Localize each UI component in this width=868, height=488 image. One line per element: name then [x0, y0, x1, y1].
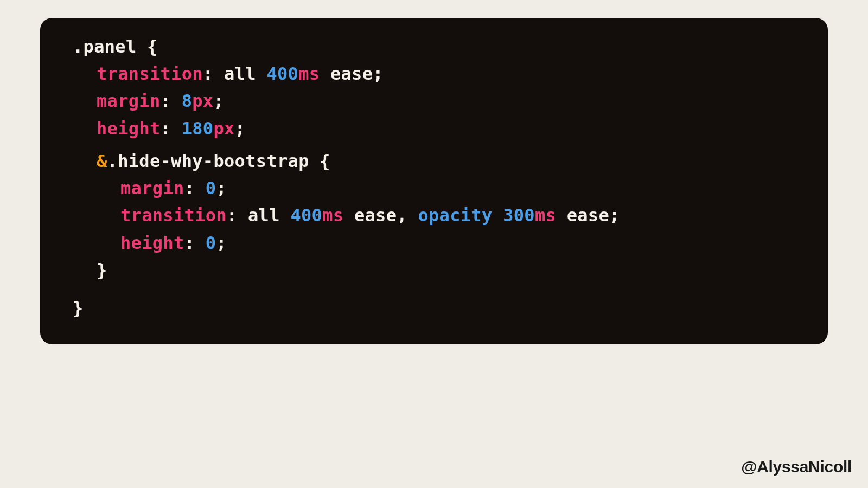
- unit: ms: [298, 63, 320, 84]
- text: :: [161, 91, 182, 111]
- identifier-opacity: opacity: [418, 205, 492, 226]
- code-line-1: .panel {: [73, 33, 795, 60]
- text: ease;: [556, 205, 620, 226]
- text: ;: [213, 91, 224, 111]
- text: [493, 205, 503, 226]
- code-line-8: height: 0;: [73, 229, 795, 256]
- unit: px: [192, 91, 213, 111]
- code-line-2: transition: all 400ms ease;: [73, 60, 795, 87]
- property-transition: transition: [97, 63, 203, 84]
- code-line-6: margin: 0;: [73, 175, 795, 202]
- code-line-10: }: [73, 294, 795, 322]
- number: 400: [266, 63, 298, 84]
- number: 0: [206, 178, 216, 198]
- property-transition: transition: [120, 205, 227, 226]
- number: 400: [290, 205, 322, 226]
- text: :: [184, 233, 206, 253]
- close-brace: }: [73, 298, 84, 318]
- text: :: [161, 118, 182, 139]
- text: ;: [216, 178, 227, 198]
- unit: ms: [322, 205, 343, 226]
- close-brace: }: [97, 260, 107, 280]
- code-line-3: margin: 8px;: [73, 87, 795, 114]
- text: : all: [203, 63, 267, 84]
- unit: ms: [535, 205, 556, 226]
- attribution-handle: @AlyssaNicoll: [741, 458, 852, 476]
- code-line-9: }: [73, 256, 795, 284]
- property-height: height: [97, 118, 161, 139]
- number: 8: [182, 91, 193, 111]
- selector-hide: .hide-why-bootstrap {: [107, 151, 330, 171]
- property-margin: margin: [120, 178, 184, 198]
- code-line-4: height: 180px;: [73, 115, 795, 142]
- unit: px: [213, 118, 234, 139]
- code-block: .panel { transition: all 400ms ease; mar…: [40, 18, 828, 344]
- text: :: [184, 178, 206, 198]
- selector-panel: .panel {: [73, 36, 158, 57]
- number: 0: [206, 233, 216, 253]
- property-height: height: [120, 233, 184, 253]
- text: ;: [235, 118, 246, 139]
- text: ease;: [320, 63, 384, 84]
- text: ease,: [343, 205, 418, 226]
- code-line-7: transition: all 400ms ease, opacity 300m…: [73, 202, 795, 229]
- number: 300: [503, 205, 535, 226]
- code-line-5: &.hide-why-bootstrap {: [73, 147, 795, 175]
- number: 180: [182, 118, 214, 139]
- text: ;: [216, 233, 227, 253]
- ampersand: &: [97, 151, 107, 171]
- property-margin: margin: [97, 91, 161, 111]
- text: : all: [227, 205, 291, 226]
